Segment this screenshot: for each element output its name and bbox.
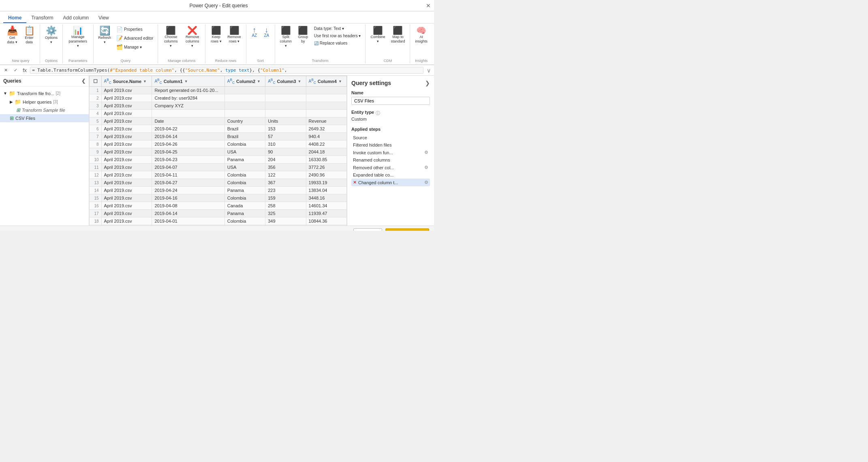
ribbon-group-transform: ⬛ Splitcolumn ▾ ⬛ Groupby Data type: Tex… bbox=[275, 24, 366, 64]
combine-icon: ⬛ bbox=[373, 26, 383, 34]
col4-cell bbox=[306, 87, 346, 94]
step-item-filtered-hidden[interactable]: Filtered hidden files bbox=[351, 141, 430, 149]
helper-queries-header[interactable]: ▶ 📁 Helper queries [3] bbox=[6, 98, 89, 106]
step-gear-button[interactable]: ⚙ bbox=[424, 180, 428, 185]
table-row: 4 April 2019.csv bbox=[90, 110, 347, 117]
transform-sample-item[interactable]: ⊞ Transform Sample file bbox=[6, 106, 89, 114]
row-num-cell: 2 bbox=[90, 94, 102, 102]
col2-cell: USA bbox=[224, 164, 265, 171]
step-gear-button[interactable]: ⚙ bbox=[424, 150, 428, 155]
col3-cell: 90 bbox=[265, 148, 306, 156]
source-name-filter-button[interactable]: ▼ bbox=[143, 79, 147, 83]
tab-home[interactable]: Home bbox=[3, 13, 26, 23]
keep-rows-label: Keeprows ▾ bbox=[211, 35, 222, 44]
col2-filter-button[interactable]: ▼ bbox=[257, 79, 261, 83]
source-name-cell: April 2019.csv bbox=[101, 225, 152, 226]
row-num-cell: 12 bbox=[90, 171, 102, 179]
step-label: Removed other col... bbox=[353, 165, 394, 170]
queries-collapse-button[interactable]: ❮ bbox=[81, 78, 86, 84]
data-type-button[interactable]: Data type: Text ▾ bbox=[312, 25, 363, 32]
col4-cell: 19933.19 bbox=[306, 179, 346, 187]
row-num-cell: 4 bbox=[90, 110, 102, 117]
col1-cell: 2019-04-08 bbox=[152, 202, 224, 210]
tab-view[interactable]: View bbox=[94, 13, 114, 23]
use-first-row-button[interactable]: Use first row as headers ▾ bbox=[312, 32, 363, 39]
remove-columns-button[interactable]: ❌ Removecolumns ▾ bbox=[182, 25, 203, 49]
col1-type-icon: ABC bbox=[154, 78, 162, 85]
entity-type-section: Entity type ⓘ Custom bbox=[351, 110, 430, 122]
tab-transform[interactable]: Transform bbox=[26, 13, 58, 23]
col2-cell bbox=[224, 110, 265, 117]
choose-columns-label: Choosecolumns ▾ bbox=[163, 35, 179, 48]
step-item-invoke-custom[interactable]: Invoke custom fun... ⚙ bbox=[351, 149, 430, 156]
col3-cell: 153 bbox=[265, 125, 306, 133]
cancel-button[interactable]: Cancel bbox=[353, 228, 382, 231]
info-icon[interactable]: ⓘ bbox=[376, 110, 380, 116]
group-by-label: Groupby bbox=[298, 35, 308, 44]
remove-rows-label: Removerows ▾ bbox=[227, 35, 241, 44]
step-x-button[interactable]: ✕ bbox=[353, 180, 357, 185]
table-row: 18 April 2019.csv 2019-04-01 Colombia 34… bbox=[90, 217, 347, 225]
step-item-renamed-cols[interactable]: Renamed columns bbox=[351, 156, 430, 164]
options-button[interactable]: ⚙️ Options▾ bbox=[43, 25, 60, 46]
group-by-button[interactable]: ⬛ Groupby bbox=[295, 25, 311, 45]
col2-cell: Colombia bbox=[224, 171, 265, 179]
table-row: 1 April 2019.csv Report generated on 01-… bbox=[90, 87, 347, 94]
tab-addcolumn[interactable]: Add column bbox=[58, 13, 94, 23]
step-item-removed-other-col[interactable]: Removed other col... ⚙ bbox=[351, 164, 430, 171]
save-close-button[interactable]: Save & close bbox=[385, 228, 429, 231]
name-label: Name bbox=[351, 90, 430, 95]
formula-expand-button[interactable]: ∨ bbox=[425, 67, 432, 74]
step-item-expanded-table-co[interactable]: Expanded table co... bbox=[351, 171, 430, 179]
ai-insights-button[interactable]: 🧠 AIinsights bbox=[413, 25, 430, 45]
sort-desc-button[interactable]: ↓ ZA bbox=[261, 25, 272, 39]
enter-data-button[interactable]: 📋 Enterdata bbox=[21, 25, 37, 46]
col4-filter-button[interactable]: ▼ bbox=[338, 79, 342, 83]
remove-rows-icon: ⬛ bbox=[229, 26, 239, 34]
query-settings-expand-button[interactable]: ❯ bbox=[425, 80, 430, 86]
properties-button[interactable]: 📄 Properties bbox=[114, 25, 155, 34]
steps-list: Source Filtered hidden files Invoke cust… bbox=[351, 134, 430, 186]
step-item-source[interactable]: Source bbox=[351, 134, 430, 141]
query-group-transform-header[interactable]: ▼ 📁 Transform file fro... [2] bbox=[0, 89, 89, 98]
get-data-button[interactable]: 📥 Getdata ▾ bbox=[4, 25, 20, 46]
source-name-cell: April 2019.csv bbox=[101, 148, 152, 156]
advanced-editor-button[interactable]: 📝 Advanced editor bbox=[114, 34, 155, 43]
source-name-cell: April 2019.csv bbox=[101, 94, 152, 102]
csv-files-item[interactable]: ⊞ CSV Files bbox=[0, 114, 89, 122]
source-name-cell: April 2019.csv bbox=[101, 187, 152, 194]
remove-rows-button[interactable]: ⬛ Removerows ▾ bbox=[225, 25, 244, 45]
map-to-standard-button[interactable]: ⬛ Map tostandard bbox=[388, 25, 407, 45]
col3-cell: 258 bbox=[265, 202, 306, 210]
formula-cancel-button[interactable]: ✕ bbox=[2, 66, 10, 75]
manage-params-button[interactable]: 📊 Manageparameters ▾ bbox=[65, 25, 91, 49]
source-name-cell: April 2019.csv bbox=[101, 217, 152, 225]
formula-bar: ✕ ✓ fx = Table.TransformColumnTypes(#"Ex… bbox=[0, 65, 434, 76]
ribbon-group-parameters: 📊 Manageparameters ▾ Parameters bbox=[63, 24, 94, 64]
name-input[interactable] bbox=[351, 97, 430, 105]
refresh-button[interactable]: 🔄 Refresh▾ bbox=[96, 25, 114, 46]
helper-folder-icon: 📁 bbox=[15, 99, 21, 105]
step-item-changed-col-types[interactable]: ✕ Changed column t... ⚙ bbox=[351, 179, 430, 186]
table-row: 12 April 2019.csv 2019-04-11 Colombia 12… bbox=[90, 171, 347, 179]
manage-button[interactable]: 🗂️ Manage ▾ bbox=[114, 43, 155, 51]
keep-rows-button[interactable]: ⬛ Keeprows ▾ bbox=[208, 25, 224, 45]
sort-asc-button[interactable]: ↑ AZ bbox=[249, 25, 260, 39]
col1-filter-button[interactable]: ▼ bbox=[184, 79, 188, 83]
data-grid-wrapper[interactable]: ☐ ABC Source.Name ▼ ABC bbox=[89, 76, 347, 226]
close-button[interactable]: ✕ bbox=[426, 2, 431, 9]
step-label: Filtered hidden files bbox=[353, 143, 391, 147]
choose-columns-button[interactable]: ⬛ Choosecolumns ▾ bbox=[160, 25, 181, 49]
col3-cell: 159 bbox=[265, 194, 306, 202]
split-column-button[interactable]: ⬛ Splitcolumn ▾ bbox=[278, 25, 294, 49]
row-num-cell: 18 bbox=[90, 217, 102, 225]
formula-confirm-button[interactable]: ✓ bbox=[11, 66, 19, 75]
select-all-checkbox[interactable]: ☐ bbox=[93, 79, 98, 84]
chevron-right-icon: ▶ bbox=[10, 100, 13, 104]
ribbon: 📥 Getdata ▾ 📋 Enterdata New query ⚙️ Opt… bbox=[0, 23, 434, 65]
replace-values-button[interactable]: 🔄 Replace values bbox=[312, 40, 363, 47]
col3-filter-button[interactable]: ▼ bbox=[298, 79, 301, 83]
combine-button[interactable]: ⬛ Combine▾ bbox=[368, 25, 387, 45]
step-gear-button[interactable]: ⚙ bbox=[424, 165, 428, 170]
row-num-cell: 16 bbox=[90, 202, 102, 210]
